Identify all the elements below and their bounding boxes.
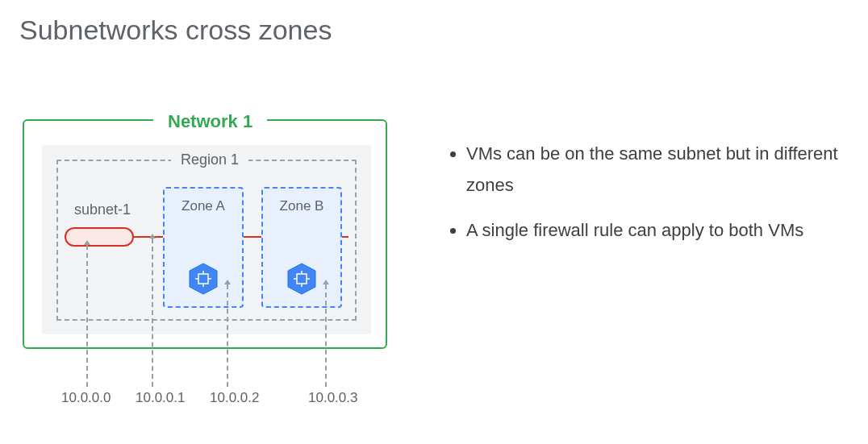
zone-a-label: Zone A [165, 198, 242, 214]
ip-label-gateway: 10.0.0.1 [136, 390, 185, 406]
svg-marker-6 [288, 263, 315, 294]
region-label: Region 1 [171, 151, 248, 168]
ip-arrow-subnet [86, 245, 88, 387]
zone-a-box: Zone A [163, 187, 244, 308]
network-diagram: Network 1 Region 1 subnet-1 Zone A [23, 113, 410, 419]
ip-arrow-gateway [152, 239, 153, 387]
svg-marker-0 [190, 263, 217, 294]
network-label: Network 1 [153, 111, 267, 132]
region-inner: Region 1 subnet-1 Zone A [56, 160, 357, 321]
zone-b-label: Zone B [263, 198, 340, 214]
zone-b-box: Zone B [261, 187, 342, 308]
bullet-item: A single firewall rule can apply to both… [466, 215, 842, 247]
page-title: Subnetworks cross zones [19, 15, 332, 46]
ip-arrow-vm-a [227, 284, 228, 387]
network-box: Network 1 Region 1 subnet-1 Zone A [23, 119, 387, 349]
subnet-label: subnet-1 [74, 201, 131, 218]
ip-label-vm-a: 10.0.0.2 [210, 390, 259, 406]
compute-chip-icon [189, 263, 218, 295]
ip-arrow-vm-b [325, 284, 327, 387]
subnet-box [65, 227, 134, 247]
ip-label-subnet: 10.0.0.0 [61, 390, 111, 406]
compute-chip-icon [287, 263, 316, 295]
region-box: Region 1 subnet-1 Zone A [42, 145, 371, 334]
bullet-list: VMs can be on the same subnet but in dif… [447, 139, 842, 261]
ip-label-vm-b: 10.0.0.3 [308, 390, 357, 406]
bullet-item: VMs can be on the same subnet but in dif… [466, 139, 842, 201]
